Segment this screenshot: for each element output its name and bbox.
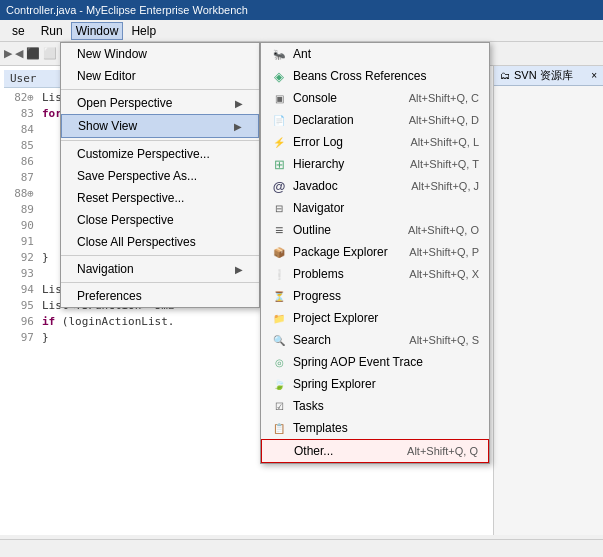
submenu-navigator-label: Navigator bbox=[293, 201, 344, 215]
submenu-progress[interactable]: ⏳ Progress bbox=[261, 285, 489, 307]
submenu-ant[interactable]: 🐜 Ant bbox=[261, 43, 489, 65]
menu-open-perspective[interactable]: Open Perspective ▶ bbox=[61, 92, 259, 114]
menu-customize-perspective[interactable]: Customize Perspective... bbox=[61, 143, 259, 165]
templates-icon: 📋 bbox=[271, 420, 287, 436]
menu-divider-3 bbox=[61, 255, 259, 256]
menu-divider-1 bbox=[61, 89, 259, 90]
error-log-shortcut: Alt+Shift+Q, L bbox=[411, 136, 479, 148]
svn-header: 🗂 SVN 资源库 × bbox=[494, 66, 603, 86]
search-shortcut: Alt+Shift+Q, S bbox=[409, 334, 479, 346]
editor-tab-label: User bbox=[10, 72, 37, 85]
menu-se[interactable]: se bbox=[4, 22, 33, 40]
submenu-declaration-label: Declaration bbox=[293, 113, 354, 127]
navigator-icon: ⊟ bbox=[271, 200, 287, 216]
window-menu: New Window New Editor Open Perspective ▶… bbox=[60, 42, 260, 308]
submenu-ant-label: Ant bbox=[293, 47, 311, 61]
submenu-error-log-label: Error Log bbox=[293, 135, 343, 149]
submenu-spring-explorer-inner: 🍃 Spring Explorer bbox=[271, 376, 376, 392]
menu-navigation[interactable]: Navigation ▶ bbox=[61, 258, 259, 280]
open-perspective-arrow: ▶ bbox=[235, 98, 243, 109]
svn-icon: 🗂 bbox=[500, 70, 510, 81]
menu-save-perspective[interactable]: Save Perspective As... bbox=[61, 165, 259, 187]
menu-run[interactable]: Run bbox=[33, 22, 71, 40]
submenu-spring-aop-inner: ◎ Spring AOP Event Trace bbox=[271, 354, 423, 370]
other-shortcut: Alt+Shift+Q, Q bbox=[407, 445, 478, 457]
submenu-declaration[interactable]: 📄 Declaration Alt+Shift+Q, D bbox=[261, 109, 489, 131]
show-view-arrow: ▶ bbox=[234, 121, 242, 132]
submenu-problems-label: Problems bbox=[293, 267, 344, 281]
package-explorer-icon: 📦 bbox=[271, 244, 287, 260]
submenu-ant-inner: 🐜 Ant bbox=[271, 46, 311, 62]
submenu-templates[interactable]: 📋 Templates bbox=[261, 417, 489, 439]
submenu-search[interactable]: 🔍 Search Alt+Shift+Q, S bbox=[261, 329, 489, 351]
problems-shortcut: Alt+Shift+Q, X bbox=[409, 268, 479, 280]
javadoc-icon: @ bbox=[271, 178, 287, 194]
menu-close-perspective-label: Close Perspective bbox=[77, 213, 174, 227]
search-icon: 🔍 bbox=[271, 332, 287, 348]
navigation-arrow: ▶ bbox=[235, 264, 243, 275]
other-icon bbox=[272, 443, 288, 459]
submenu-beans[interactable]: ◈ Beans Cross References bbox=[261, 65, 489, 87]
menu-new-window-label: New Window bbox=[77, 47, 147, 61]
spring-explorer-icon: 🍃 bbox=[271, 376, 287, 392]
menu-close-perspective[interactable]: Close Perspective bbox=[61, 209, 259, 231]
submenu-javadoc-inner: @ Javadoc bbox=[271, 178, 338, 194]
submenu-tasks[interactable]: ☑ Tasks bbox=[261, 395, 489, 417]
submenu-progress-inner: ⏳ Progress bbox=[271, 288, 341, 304]
submenu-other-inner: Other... bbox=[272, 443, 333, 459]
menu-new-editor[interactable]: New Editor bbox=[61, 65, 259, 87]
submenu-templates-inner: 📋 Templates bbox=[271, 420, 348, 436]
submenu-beans-inner: ◈ Beans Cross References bbox=[271, 68, 426, 84]
submenu-outline[interactable]: ≡ Outline Alt+Shift+Q, O bbox=[261, 219, 489, 241]
menu-divider-2 bbox=[61, 140, 259, 141]
menu-close-all-perspectives[interactable]: Close All Perspectives bbox=[61, 231, 259, 253]
submenu-spring-explorer-label: Spring Explorer bbox=[293, 377, 376, 391]
submenu-console[interactable]: ▣ Console Alt+Shift+Q, C bbox=[261, 87, 489, 109]
menu-preferences[interactable]: Preferences bbox=[61, 285, 259, 307]
submenu-hierarchy-label: Hierarchy bbox=[293, 157, 344, 171]
submenu-project-explorer-inner: 📁 Project Explorer bbox=[271, 310, 378, 326]
menu-window[interactable]: Window bbox=[71, 22, 124, 40]
beans-icon: ◈ bbox=[271, 68, 287, 84]
submenu-javadoc-label: Javadoc bbox=[293, 179, 338, 193]
submenu-spring-aop-label: Spring AOP Event Trace bbox=[293, 355, 423, 369]
menu-help[interactable]: Help bbox=[123, 22, 164, 40]
submenu-outline-label: Outline bbox=[293, 223, 331, 237]
menu-customize-perspective-label: Customize Perspective... bbox=[77, 147, 210, 161]
menu-show-view[interactable]: Show View ▶ bbox=[61, 114, 259, 138]
package-explorer-shortcut: Alt+Shift+Q, P bbox=[409, 246, 479, 258]
submenu-progress-label: Progress bbox=[293, 289, 341, 303]
menu-new-window[interactable]: New Window bbox=[61, 43, 259, 65]
show-view-submenu: 🐜 Ant ◈ Beans Cross References ▣ Console… bbox=[260, 42, 490, 464]
submenu-spring-explorer[interactable]: 🍃 Spring Explorer bbox=[261, 373, 489, 395]
submenu-project-explorer[interactable]: 📁 Project Explorer bbox=[261, 307, 489, 329]
submenu-tasks-label: Tasks bbox=[293, 399, 324, 413]
submenu-other[interactable]: Other... Alt+Shift+Q, Q bbox=[261, 439, 489, 463]
status-bar bbox=[0, 539, 603, 557]
menu-new-editor-label: New Editor bbox=[77, 69, 136, 83]
submenu-javadoc[interactable]: @ Javadoc Alt+Shift+Q, J bbox=[261, 175, 489, 197]
submenu-spring-aop[interactable]: ◎ Spring AOP Event Trace bbox=[261, 351, 489, 373]
svn-close-icon[interactable]: × bbox=[591, 70, 597, 81]
submenu-outline-inner: ≡ Outline bbox=[271, 222, 331, 238]
hierarchy-shortcut: Alt+Shift+Q, T bbox=[410, 158, 479, 170]
menu-reset-perspective[interactable]: Reset Perspective... bbox=[61, 187, 259, 209]
submenu-package-explorer-label: Package Explorer bbox=[293, 245, 388, 259]
submenu-search-label: Search bbox=[293, 333, 331, 347]
outline-icon: ≡ bbox=[271, 222, 287, 238]
submenu-package-explorer[interactable]: 📦 Package Explorer Alt+Shift+Q, P bbox=[261, 241, 489, 263]
project-explorer-icon: 📁 bbox=[271, 310, 287, 326]
submenu-hierarchy[interactable]: ⊞ Hierarchy Alt+Shift+Q, T bbox=[261, 153, 489, 175]
submenu-problems[interactable]: ❕ Problems Alt+Shift+Q, X bbox=[261, 263, 489, 285]
tasks-icon: ☑ bbox=[271, 398, 287, 414]
submenu-templates-label: Templates bbox=[293, 421, 348, 435]
menu-divider-4 bbox=[61, 282, 259, 283]
submenu-console-label: Console bbox=[293, 91, 337, 105]
submenu-navigator[interactable]: ⊟ Navigator bbox=[261, 197, 489, 219]
declaration-icon: 📄 bbox=[271, 112, 287, 128]
submenu-error-log[interactable]: ⚡ Error Log Alt+Shift+Q, L bbox=[261, 131, 489, 153]
submenu-tasks-inner: ☑ Tasks bbox=[271, 398, 324, 414]
menu-open-perspective-label: Open Perspective bbox=[77, 96, 172, 110]
menu-bar: se Run Window Help bbox=[0, 20, 603, 42]
console-icon: ▣ bbox=[271, 90, 287, 106]
